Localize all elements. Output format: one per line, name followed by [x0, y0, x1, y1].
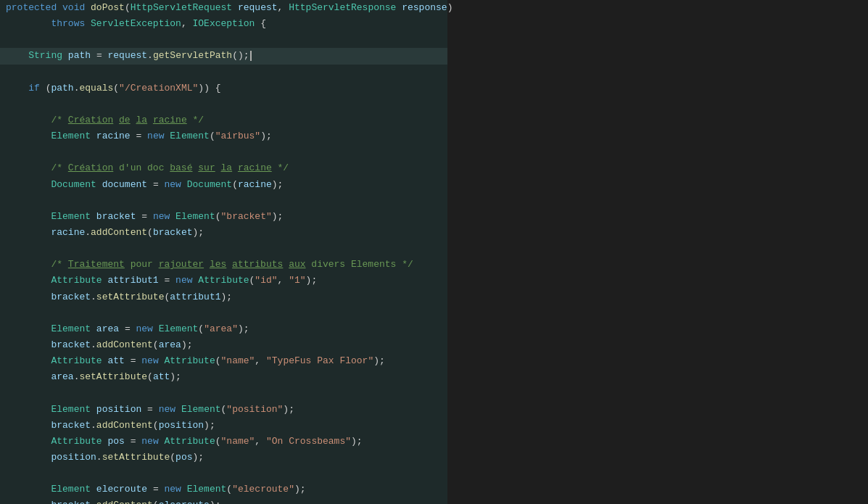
code-line-element-position: Element position = new Element("position…: [0, 402, 447, 418]
code-line-blank7: [0, 305, 447, 321]
code-line-element-area: Element area = new Element("area");: [0, 321, 447, 337]
code-line-bracket-addcontent-position: bracket.addContent(position);: [0, 418, 447, 434]
code-line-comment3: /* Traitement pour rajouter les attribut…: [0, 257, 447, 273]
code-line-document: Document document = new Document(racine)…: [0, 177, 447, 193]
code-line-string-path: String path = request.getServletPath();: [0, 48, 447, 64]
code-line-blank8: [0, 385, 447, 401]
code-line-attribute-attribut1: Attribute attribut1 = new Attribute("id"…: [0, 273, 447, 289]
code-line-2: throws ServletException, IOException {: [0, 16, 447, 32]
code-line-blank3: [0, 96, 447, 112]
code-line-blank5: [0, 193, 447, 209]
code-line-area-setattribute: area.setAttribute(att);: [0, 369, 447, 385]
code-line-blank4: [0, 144, 447, 160]
code-line-element-elecroute: Element elecroute = new Element("elecrou…: [0, 482, 447, 497]
code-line-position-setattribute: position.setAttribute(pos);: [0, 450, 447, 466]
code-line-bracket-addcontent-elecroute: bracket.addContent(elecroute);: [0, 497, 447, 504]
code-line-blank9: [0, 466, 447, 482]
code-line-attribute-pos: Attribute pos = new Attribute("name", "O…: [0, 434, 447, 450]
code-line-if: if (path.equals("/CreationXML")) {: [0, 80, 447, 96]
code-line-comment2: /* Création d'un doc basé sur la racine …: [0, 160, 447, 176]
code-line-element-racine: Element racine = new Element("airbus");: [0, 128, 447, 144]
code-line-bracket-setattribute1: bracket.setAttribute(attribut1);: [0, 289, 447, 305]
code-line-blank1: [0, 32, 447, 48]
code-line-blank2: [0, 65, 447, 80]
code-line-1: protected void doPost(HttpServletRequest…: [0, 0, 447, 16]
code-line-attribute-att: Attribute att = new Attribute("name", "T…: [0, 353, 447, 369]
code-line-bracket-addcontent-area: bracket.addContent(area);: [0, 337, 447, 353]
code-line-element-bracket: Element bracket = new Element("bracket")…: [0, 209, 447, 225]
code-editor: protected void doPost(HttpServletRequest…: [0, 0, 447, 504]
code-line-racine-addcontent: racine.addContent(bracket);: [0, 225, 447, 241]
code-line-blank6: [0, 241, 447, 257]
code-line-comment1: /* Création de la racine */: [0, 112, 447, 128]
